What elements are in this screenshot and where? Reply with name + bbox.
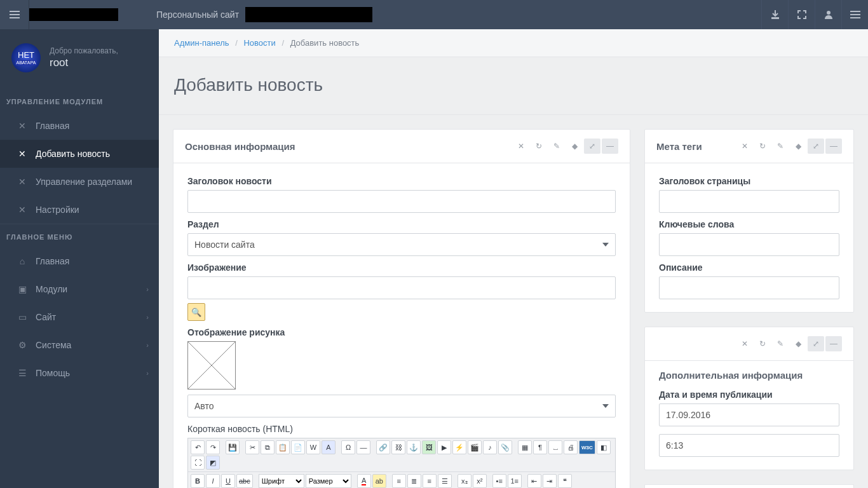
crumb-news[interactable]: Новости — [243, 38, 275, 48]
strike-icon[interactable]: abc — [236, 474, 253, 488]
fullscreen-editor-icon[interactable]: ⛶ — [191, 456, 205, 470]
quote-icon[interactable]: ❝ — [558, 474, 572, 488]
label-image: Изображение — [187, 262, 616, 273]
nav-module-home[interactable]: ✕ Главная — [0, 112, 159, 140]
paste-icon[interactable]: 📋 — [276, 440, 290, 454]
video-icon[interactable]: 🎬 — [468, 440, 482, 454]
edit-icon[interactable]: ✎ — [772, 139, 789, 154]
eraser-icon[interactable]: ◧ — [597, 440, 611, 454]
nav-module-settings[interactable]: ✕ Настройки — [0, 196, 159, 224]
close-icon[interactable]: ✕ — [736, 336, 753, 351]
page-title: Добавить новость — [159, 57, 868, 115]
italic-icon[interactable]: I — [206, 474, 220, 488]
nav-main-home[interactable]: ⌂ Главная — [0, 247, 159, 275]
align-right-icon[interactable]: ≡ — [423, 474, 437, 488]
editor-toolbar-1: ↶ ↷ 💾 ✂ ⧉ 📋 📄 W A Ω — [188, 438, 615, 472]
expand-icon[interactable]: ⤢ — [808, 336, 824, 351]
modules-icon: ▣ — [15, 284, 29, 294]
copy-icon[interactable]: ⧉ — [261, 440, 275, 454]
save-icon[interactable]: 💾 — [226, 440, 240, 454]
indent-icon[interactable]: ⇥ — [543, 474, 557, 488]
refresh-icon[interactable]: ↻ — [754, 139, 771, 154]
source-icon[interactable]: ◩ — [206, 456, 220, 470]
size-select[interactable]: Размер — [306, 474, 351, 488]
drop-icon[interactable]: ◆ — [790, 336, 806, 351]
user-icon[interactable] — [815, 0, 841, 29]
input-meta-keywords[interactable] — [659, 233, 839, 256]
refresh-icon[interactable]: ↻ — [754, 336, 771, 351]
text-color-icon[interactable]: A — [357, 474, 371, 488]
special-char-icon[interactable]: Ω — [341, 440, 355, 454]
print-icon[interactable]: 🖨 — [564, 440, 578, 454]
flash-icon[interactable]: ⚡ — [452, 440, 466, 454]
nav-main-system[interactable]: ⚙ Система › — [0, 331, 159, 359]
para-icon[interactable]: ¶ — [533, 440, 547, 454]
nav-section-module: УПРАВЛЕНИЕ МОДУЛЕМ — [0, 89, 159, 112]
paste-word-icon[interactable]: W — [306, 440, 320, 454]
align-center-icon[interactable]: ≣ — [407, 474, 421, 488]
collapse-icon[interactable]: — — [825, 336, 842, 351]
input-meta-description[interactable] — [659, 276, 839, 299]
edit-icon[interactable]: ✎ — [548, 139, 565, 154]
input-pub-time[interactable] — [659, 434, 839, 457]
spacer-icon[interactable]: ⎵ — [548, 440, 562, 454]
nav-module-sections[interactable]: ✕ Управление разделами — [0, 168, 159, 196]
drop-icon[interactable]: ◆ — [790, 139, 806, 154]
paste-plain-icon[interactable]: 📄 — [291, 440, 305, 454]
undo-icon[interactable]: ↶ — [191, 440, 205, 454]
align-left-icon[interactable]: ≡ — [392, 474, 406, 488]
audio-icon[interactable]: ♪ — [483, 440, 497, 454]
bg-color-icon[interactable]: ab — [372, 474, 386, 488]
nav-main-help[interactable]: ☰ Помощь › — [0, 359, 159, 387]
cut-icon[interactable]: ✂ — [245, 440, 259, 454]
sup-icon[interactable]: x² — [473, 474, 487, 488]
bold-icon[interactable]: B — [191, 474, 205, 488]
input-image[interactable] — [187, 276, 616, 299]
hamburger-icon[interactable] — [0, 0, 29, 29]
drop-icon[interactable]: ◆ — [566, 139, 583, 154]
label-pub-datetime: Дата и время публикации — [659, 390, 839, 400]
input-news-title[interactable] — [187, 190, 616, 213]
underline-icon[interactable]: U — [221, 474, 235, 488]
close-icon[interactable]: ✕ — [736, 139, 753, 154]
ol-icon[interactable]: 1≡ — [508, 474, 522, 488]
label-meta-description: Описание — [659, 262, 839, 273]
expand-icon[interactable]: ⤢ — [584, 139, 600, 154]
collapse-icon[interactable]: — — [602, 139, 618, 154]
label-meta-title: Заголовок страницы — [659, 176, 839, 186]
media-icon[interactable]: ▶ — [437, 440, 451, 454]
image-icon[interactable]: 🖼 — [422, 440, 436, 454]
anchor-icon[interactable]: ⚓ — [407, 440, 421, 454]
nav-module-add-news[interactable]: ✕ Добавить новость — [0, 140, 159, 168]
sub-icon[interactable]: x₂ — [458, 474, 471, 488]
fullscreen-icon[interactable] — [788, 0, 815, 29]
hr-icon[interactable]: — — [356, 440, 370, 454]
outdent-icon[interactable]: ⇤ — [527, 474, 541, 488]
select-all-icon[interactable]: A — [322, 440, 336, 454]
crumb-admin[interactable]: Админ-панель — [174, 38, 229, 48]
link-icon[interactable]: 🔗 — [376, 440, 390, 454]
edit-icon[interactable]: ✎ — [772, 336, 789, 351]
ul-icon[interactable]: •≡ — [492, 474, 506, 488]
input-meta-title[interactable] — [659, 190, 839, 213]
select-section[interactable]: Новости сайта — [187, 233, 616, 256]
input-pub-date[interactable] — [659, 403, 839, 426]
nav-main-modules[interactable]: ▣ Модули › — [0, 275, 159, 303]
table-icon[interactable]: ▦ — [518, 440, 532, 454]
expand-icon[interactable]: ⤢ — [808, 139, 824, 154]
redo-icon[interactable]: ↷ — [206, 440, 220, 454]
close-icon[interactable]: ✕ — [513, 139, 529, 154]
w3c-icon[interactable]: W3C — [579, 440, 595, 454]
collapse-icon[interactable]: — — [825, 139, 842, 154]
unlink-icon[interactable]: ⛓ — [391, 440, 405, 454]
align-justify-icon[interactable]: ☰ — [438, 474, 452, 488]
download-icon[interactable] — [761, 0, 788, 29]
font-select[interactable]: Шрифт — [259, 474, 304, 488]
nav-main-site[interactable]: ▭ Сайт › — [0, 303, 159, 331]
refresh-icon[interactable]: ↻ — [531, 139, 547, 154]
file-icon[interactable]: 📎 — [498, 440, 512, 454]
panel-meta-title: Мета теги — [656, 141, 736, 152]
menu-icon[interactable] — [841, 0, 868, 29]
browse-image-button[interactable]: 🔍 — [187, 303, 205, 321]
select-image-display[interactable]: Авто — [187, 395, 616, 417]
